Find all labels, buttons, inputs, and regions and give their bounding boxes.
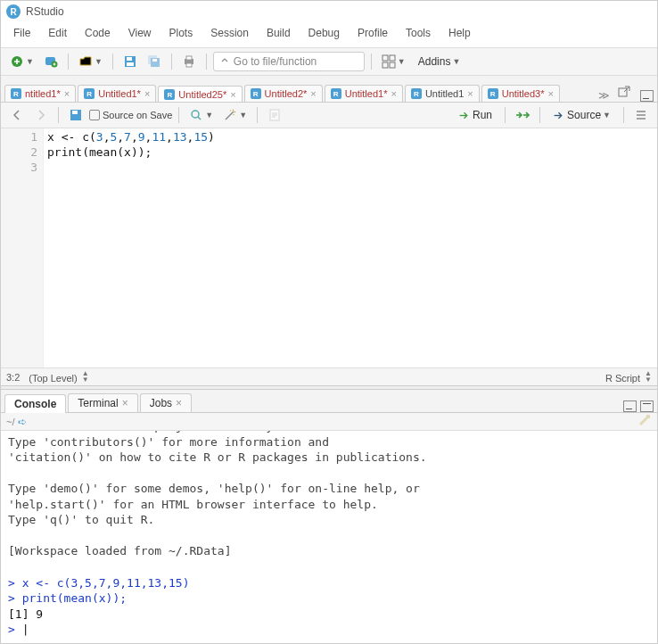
editor-tab[interactable]: RUntitled2*× (244, 85, 323, 102)
cursor-position: 3:2 (6, 372, 20, 383)
console-tab-terminal[interactable]: Terminal× (68, 393, 137, 412)
app-title: RStudio (26, 5, 64, 18)
outline-button[interactable] (630, 105, 652, 125)
svg-point-19 (192, 111, 199, 118)
menu-tools[interactable]: Tools (397, 24, 440, 42)
editor-tab[interactable]: RUntitled25*× (158, 86, 242, 103)
menu-profile[interactable]: Profile (349, 24, 397, 42)
save-all-button[interactable] (144, 52, 165, 71)
new-project-button[interactable] (40, 52, 62, 71)
tab-close-icon[interactable]: × (176, 397, 182, 409)
clear-console-button[interactable] (637, 413, 652, 430)
svg-rect-11 (186, 63, 192, 67)
save-button[interactable] (119, 52, 141, 71)
svg-rect-21 (646, 415, 650, 418)
menubar: FileEditCodeViewPlotsSessionBuildDebugPr… (1, 22, 657, 47)
menu-session[interactable]: Session (202, 24, 258, 42)
maximize-pane-button[interactable] (640, 400, 654, 412)
editor-tab[interactable]: RUntitled1*× (325, 85, 403, 102)
run-button[interactable]: Run (452, 106, 498, 124)
tab-close-icon[interactable]: × (391, 88, 396, 99)
r-file-icon: R (411, 88, 422, 99)
svg-rect-10 (186, 56, 192, 60)
minimize-pane-button[interactable] (623, 400, 637, 412)
tab-close-icon[interactable]: × (547, 88, 553, 99)
r-file-icon: R (331, 88, 341, 99)
tab-label: Untitled2* (265, 88, 308, 99)
r-file-icon: R (251, 88, 261, 99)
goto-file-function-input[interactable]: Go to file/function (213, 52, 365, 71)
console-tab-console[interactable]: Console (4, 394, 66, 413)
tab-close-icon[interactable]: × (122, 397, 128, 409)
console-output[interactable]: Natural language support but running in … (1, 431, 657, 644)
print-button[interactable] (178, 52, 200, 71)
source-on-save-checkbox[interactable] (89, 110, 100, 120)
svg-rect-18 (72, 111, 78, 114)
rerun-button[interactable] (512, 105, 533, 125)
menu-edit[interactable]: Edit (39, 24, 76, 42)
pane-layout-button[interactable]: ▼ (378, 53, 409, 70)
tab-label: Untitled1 (425, 88, 464, 99)
tab-label: ntitled1* (25, 88, 61, 99)
popout-button[interactable] (613, 82, 635, 102)
tabs-overflow-button[interactable]: ≫ (595, 89, 613, 102)
tab-label: Untitled1* (98, 88, 141, 99)
forward-button[interactable] (30, 105, 52, 125)
svg-rect-12 (382, 55, 388, 61)
tab-label: Untitled25* (178, 89, 226, 100)
back-button[interactable] (6, 105, 28, 125)
code-editor[interactable]: 123 x <- c(3,5,7,9,11,13,15)print(mean(x… (1, 128, 657, 367)
tab-close-icon[interactable]: × (144, 88, 150, 99)
tab-close-icon[interactable]: × (310, 88, 316, 99)
svg-rect-13 (390, 55, 395, 61)
menu-help[interactable]: Help (440, 24, 480, 42)
wd-go-icon[interactable]: ➪ (18, 416, 27, 428)
wand-button[interactable]: ▼ (219, 105, 251, 125)
editor-toolbar: Source on Save ▼ ▼ Run Source▼ (1, 103, 657, 128)
editor-tab[interactable]: RUntitled1*× (78, 85, 156, 102)
menu-plots[interactable]: Plots (160, 24, 202, 42)
r-file-icon: R (84, 88, 95, 99)
report-button[interactable] (264, 105, 285, 125)
svg-rect-16 (619, 88, 627, 96)
open-file-button[interactable]: ▼ (75, 52, 106, 71)
tab-close-icon[interactable]: × (64, 88, 70, 99)
svg-rect-14 (382, 62, 388, 68)
source-button[interactable]: Source▼ (547, 106, 617, 124)
app-logo: R (6, 4, 21, 19)
menu-code[interactable]: Code (76, 24, 119, 42)
main-toolbar: ▼ ▼ Go to file/function ▼ Addins▼ (1, 47, 657, 76)
r-file-icon: R (488, 88, 498, 99)
editor-tab[interactable]: RUntitled1× (405, 85, 480, 102)
source-on-save-label: Source on Save (103, 110, 172, 120)
svg-rect-15 (390, 62, 395, 68)
new-file-button[interactable]: ▼ (6, 52, 37, 71)
menu-debug[interactable]: Debug (300, 24, 349, 42)
minimize-pane-button[interactable] (640, 90, 654, 102)
find-button[interactable]: ▼ (185, 105, 217, 125)
tab-label: Untitled1* (345, 88, 388, 99)
tab-close-icon[interactable]: × (230, 89, 235, 100)
addins-button[interactable]: Addins▼ (412, 52, 467, 71)
console-toolbar: ~/ ➪ (1, 413, 657, 431)
editor-statusbar: 3:2 (Top Level) ▲▼ R Script ▲▼ (1, 367, 657, 385)
working-directory[interactable]: ~/ (6, 417, 14, 427)
r-file-icon: R (11, 88, 21, 99)
editor-tab[interactable]: RUntitled3*× (481, 85, 560, 102)
tab-label: Untitled3* (502, 88, 545, 99)
language-selector[interactable]: R Script ▲▼ (605, 370, 652, 384)
editor-tab[interactable]: Rntitled1*× (4, 85, 76, 102)
save-source-button[interactable] (65, 105, 86, 125)
svg-rect-5 (127, 62, 134, 66)
r-file-icon: R (164, 89, 175, 100)
console-tabstrip: ConsoleTerminal×Jobs× (1, 390, 657, 413)
menu-view[interactable]: View (119, 24, 160, 42)
editor-tabstrip: Rntitled1*×RUntitled1*×RUntitled25*×RUnt… (1, 76, 657, 103)
tab-close-icon[interactable]: × (467, 88, 473, 99)
console-tab-jobs[interactable]: Jobs× (140, 393, 192, 412)
svg-rect-8 (152, 59, 157, 62)
scope-selector[interactable]: (Top Level) ▲▼ (29, 370, 88, 384)
svg-rect-4 (127, 57, 132, 61)
menu-build[interactable]: Build (258, 24, 300, 42)
menu-file[interactable]: File (4, 24, 39, 42)
